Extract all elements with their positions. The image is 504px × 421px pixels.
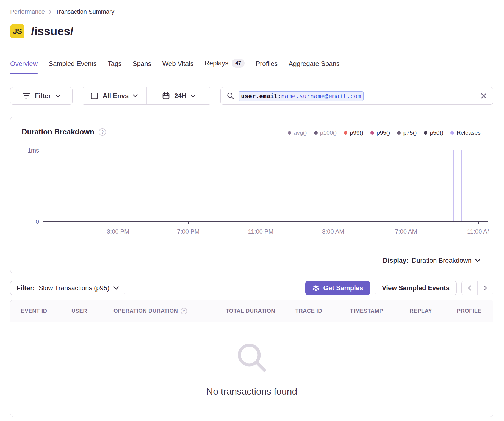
tab-bar: Overview Sampled Events Tags Spans Web V…: [0, 55, 504, 74]
breadcrumb-performance[interactable]: Performance: [10, 8, 45, 15]
legend-dot-icon: [314, 131, 318, 135]
x-axis-tick: [188, 222, 189, 224]
release-marker-line: [470, 150, 470, 221]
duration-breakdown-panel: Duration Breakdown avg()p100()p99()p95()…: [10, 117, 493, 273]
legend-item[interactable]: avg(): [288, 129, 307, 136]
empty-state: No transactions found: [10, 322, 493, 417]
calendar-icon: [162, 92, 170, 100]
x-axis-labels: 3:00 PM7:00 PM11:00 PM3:00 AM7:00 AM11:0…: [43, 228, 488, 236]
display-selector[interactable]: Display: Duration Breakdown: [10, 248, 481, 273]
legend-dot-icon: [450, 131, 454, 135]
column-operation-duration: OPERATION DURATION: [107, 308, 206, 314]
filter-lines-icon: [22, 93, 31, 99]
browser-window-icon: [90, 92, 98, 100]
chevron-down-icon: [113, 286, 119, 290]
tab-web-vitals[interactable]: Web Vitals: [162, 56, 194, 74]
table-header-row: EVENT ID USER OPERATION DURATION TOTAL D…: [10, 300, 493, 322]
column-total-duration: TOTAL DURATION: [206, 308, 277, 314]
help-icon[interactable]: [99, 128, 106, 136]
x-axis-tick: [333, 222, 333, 224]
x-axis-tick: [261, 222, 261, 224]
display-value: Duration Breakdown: [412, 257, 472, 264]
column-replay: REPLAY: [386, 308, 435, 314]
chevron-down-icon: [55, 94, 60, 98]
transactions-filter-dropdown[interactable]: Filter: Slow Transactions (p95): [10, 281, 125, 295]
y-axis-label-zero: 0: [36, 218, 39, 225]
legend-dot-icon: [397, 131, 401, 135]
legend-label: avg(): [294, 129, 307, 136]
legend-label: p99(): [350, 129, 363, 136]
javascript-platform-icon: JS: [10, 24, 24, 38]
legend-label: Releases: [456, 129, 481, 136]
x-axis-tick: [406, 222, 406, 224]
legend-item[interactable]: p50(): [424, 129, 443, 136]
x-axis-tick-label: 7:00 AM: [395, 228, 417, 235]
replays-count-badge: 47: [232, 59, 245, 68]
search-input[interactable]: user.email:name.surname@email.com: [220, 87, 493, 105]
search-filter-token[interactable]: user.email:name.surname@email.com: [239, 91, 364, 101]
transactions-table: EVENT ID USER OPERATION DURATION TOTAL D…: [10, 300, 493, 417]
x-axis-tick-label: 11:00 PM: [248, 228, 273, 235]
tab-sampled-events[interactable]: Sampled Events: [49, 56, 97, 74]
legend-label: p95(): [376, 129, 390, 136]
release-marker-line: [453, 150, 454, 221]
samples-toolbar: Filter: Slow Transactions (p95) Get Samp…: [10, 281, 493, 295]
x-axis-tick-label: 7:00 PM: [177, 228, 200, 235]
date-range-selector[interactable]: 24H: [147, 87, 211, 104]
tab-overview[interactable]: Overview: [10, 56, 38, 74]
next-page-button[interactable]: [477, 281, 493, 295]
chart-title: Duration Breakdown: [22, 128, 94, 136]
chevron-right-icon: [49, 9, 52, 14]
search-token-value: name.surname@email.com: [281, 93, 361, 99]
column-timestamp: TIMESTAMP: [324, 308, 386, 314]
empty-state-text: No transactions found: [206, 386, 297, 397]
x-axis-tick-label: 3:00 AM: [322, 228, 344, 235]
page-header: JS /issues/: [10, 24, 73, 38]
filter-bar: Filter All Envs 24H: [10, 87, 493, 105]
filter-dropdown-button[interactable]: Filter: [10, 87, 73, 105]
tab-spans[interactable]: Spans: [133, 56, 151, 74]
column-trace-id: TRACE ID: [277, 308, 324, 314]
column-user: USER: [65, 308, 107, 314]
clear-search-button[interactable]: [480, 93, 487, 99]
tab-replays[interactable]: Replays 47: [204, 55, 245, 74]
search-icon: [227, 92, 234, 100]
table-body: No transactions found: [10, 322, 493, 417]
page-title: /issues/: [31, 25, 73, 38]
tab-aggregate-spans[interactable]: Aggregate Spans: [289, 56, 339, 74]
environment-selector[interactable]: All Envs: [82, 87, 146, 104]
legend-item[interactable]: p95(): [370, 129, 390, 136]
get-samples-button[interactable]: Get Samples: [305, 281, 370, 295]
plot-area: 1ms 0 3:00 PM7:00 PM11:00 PM3:00 AM7:00 …: [43, 150, 488, 222]
view-sampled-events-button[interactable]: View Sampled Events: [375, 281, 457, 295]
legend-dot-icon: [370, 131, 374, 135]
chevron-down-icon: [133, 94, 138, 98]
chart-legend: avg()p100()p99()p95()p75()p50()Releases: [288, 129, 481, 136]
chevron-down-icon: [190, 94, 196, 98]
env-date-group: All Envs 24H: [82, 87, 211, 105]
legend-item[interactable]: p75(): [397, 129, 417, 136]
layers-icon: [312, 284, 320, 292]
legend-dot-icon: [344, 131, 347, 135]
legend-item[interactable]: Releases: [450, 129, 481, 136]
legend-item[interactable]: p100(): [314, 129, 337, 136]
legend-item[interactable]: p99(): [344, 129, 363, 136]
legend-dot-icon: [288, 131, 291, 135]
x-axis-tick: [118, 222, 118, 224]
previous-page-button[interactable]: [462, 281, 477, 295]
chevron-down-icon: [475, 259, 481, 262]
legend-label: p50(): [430, 129, 443, 136]
x-axis-tick-label: 3:00 PM: [107, 228, 129, 235]
release-marker-line: [461, 150, 462, 221]
breadcrumb: Performance Transaction Summary: [10, 8, 114, 15]
tab-profiles[interactable]: Profiles: [256, 56, 278, 74]
column-event-id: EVENT ID: [10, 308, 65, 314]
help-icon[interactable]: [181, 308, 187, 314]
tab-tags[interactable]: Tags: [108, 56, 122, 74]
release-marker-line: [463, 150, 463, 221]
magnifier-empty-icon: [235, 340, 269, 375]
display-label: Display:: [383, 257, 408, 264]
search-token-key: user.email:: [241, 93, 281, 99]
y-axis-label-top: 1ms: [27, 147, 39, 154]
x-axis-tick: [478, 222, 479, 224]
